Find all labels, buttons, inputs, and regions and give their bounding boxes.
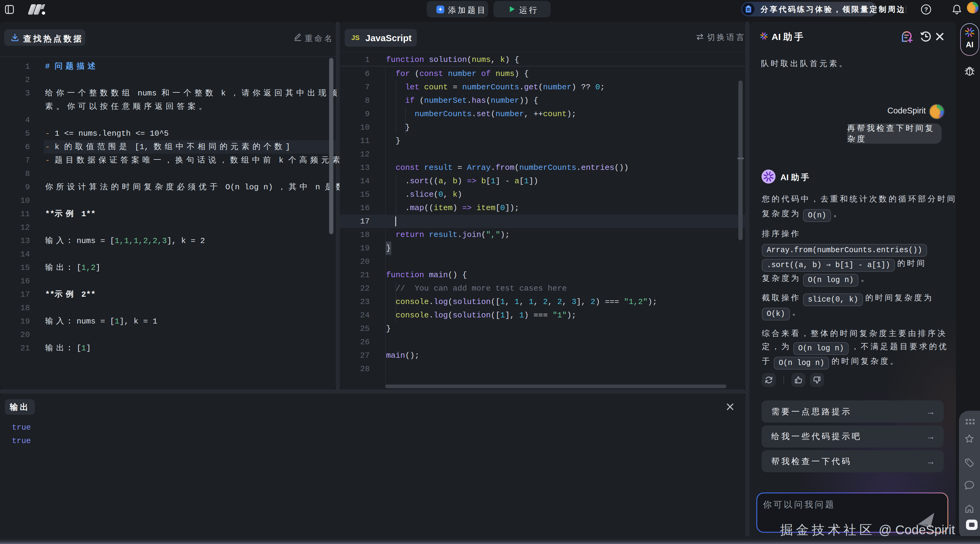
svg-text:?: ? [924, 6, 928, 13]
